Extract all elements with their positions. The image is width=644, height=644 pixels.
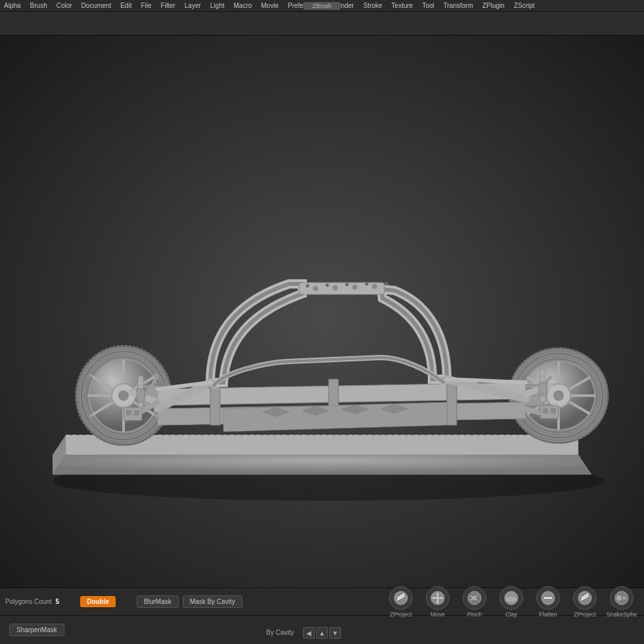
svg-point-36 (352, 285, 357, 290)
app-title: ZBrush (303, 2, 340, 10)
menu-filter[interactable]: Filter (161, 2, 175, 9)
3d-viewport[interactable] (0, 35, 644, 601)
svg-point-9 (118, 390, 129, 401)
tool-move[interactable]: Move (421, 586, 455, 618)
clay-icon (499, 586, 523, 610)
svg-point-48 (306, 285, 310, 288)
menu-edit[interactable]: Edit (120, 2, 131, 9)
tool-flatten[interactable]: Flatten (531, 586, 565, 618)
svg-point-50 (346, 283, 349, 287)
menu-stroke[interactable]: Stroke (363, 2, 382, 9)
bottom-row2: SharpenMask ◀ ▲ ▼ By Cavity (0, 616, 644, 644)
svg-point-52 (385, 283, 388, 286)
menu-file[interactable]: File (141, 2, 151, 9)
menu-brush[interactable]: Brush (30, 2, 47, 9)
svg-point-34 (313, 286, 318, 291)
nav-down-arrow[interactable]: ▼ (329, 627, 341, 639)
menu-zplugin[interactable]: ZPlugin (482, 2, 505, 9)
snakesphere-icon (610, 586, 633, 610)
menu-items: Alpha Brush Color Document Edit File Fil… (4, 2, 535, 9)
svg-point-66 (616, 595, 622, 601)
bottom-row1: Polygons Count 5 Double BlurMask Mask By… (0, 588, 644, 616)
svg-rect-63 (544, 597, 552, 599)
flatten-icon (536, 586, 560, 610)
title-center: ZBrush (303, 2, 340, 10)
menu-layer[interactable]: Layer (185, 2, 201, 9)
menu-document[interactable]: Document (81, 2, 112, 9)
svg-rect-41 (539, 382, 547, 396)
menu-light[interactable]: Light (210, 2, 225, 9)
bottom-toolbar: Polygons Count 5 Double BlurMask Mask By… (0, 587, 644, 644)
menu-tool[interactable]: Tool (422, 2, 434, 9)
tool-pinch[interactable]: Pinch (457, 586, 492, 618)
menu-macro[interactable]: Macro (233, 2, 252, 9)
by-cavity-label: By Cavity (266, 629, 294, 636)
svg-rect-33 (299, 283, 384, 294)
nav-left-arrow[interactable]: ◀ (303, 627, 315, 639)
svg-point-59 (468, 591, 481, 605)
menu-texture[interactable]: Texture (392, 2, 413, 9)
svg-point-51 (365, 283, 369, 286)
top-menu-bar: Alpha Brush Color Document Edit File Fil… (0, 0, 644, 12)
double-button[interactable]: Double (80, 596, 116, 607)
mask-by-cavity-button[interactable]: Mask By Cavity (183, 595, 242, 608)
menu-zscript[interactable]: ZScript (514, 2, 535, 9)
tool-clay[interactable]: Clay (494, 586, 528, 618)
menu-alpha[interactable]: Alpha (4, 2, 21, 9)
sharpen-mask-button[interactable]: SharpenMask (9, 624, 64, 636)
svg-point-25 (553, 390, 564, 401)
zproject2-icon (573, 586, 597, 610)
tool-zproject2[interactable]: ZProject (568, 586, 602, 618)
svg-rect-39 (137, 389, 145, 402)
svg-point-37 (372, 284, 377, 289)
svg-point-49 (326, 284, 329, 287)
tool-snakesphere[interactable]: SnakeSphe (605, 586, 639, 618)
polygon-count-value: 5 (56, 598, 60, 605)
menu-transform[interactable]: Transform (444, 2, 473, 9)
polygon-count-label: Polygons Count (5, 598, 52, 605)
nav-up-arrow[interactable]: ▲ (316, 627, 328, 639)
svg-rect-46 (543, 408, 548, 413)
tool-zproject[interactable]: ZProject (384, 586, 418, 618)
menu-color[interactable]: Color (57, 2, 72, 9)
menu-movie[interactable]: Movie (261, 2, 279, 9)
chassis-model (26, 152, 618, 520)
svg-point-35 (333, 285, 338, 290)
blur-mask-button[interactable]: BlurMask (137, 595, 179, 608)
move-icon (426, 586, 449, 610)
svg-point-67 (622, 596, 626, 600)
svg-rect-47 (551, 408, 556, 413)
svg-rect-43 (126, 410, 131, 415)
secondary-toolbar (0, 12, 644, 35)
svg-point-61 (506, 597, 517, 602)
svg-rect-44 (134, 410, 139, 415)
pinch-icon (463, 586, 486, 610)
zproject-icon (389, 586, 413, 610)
